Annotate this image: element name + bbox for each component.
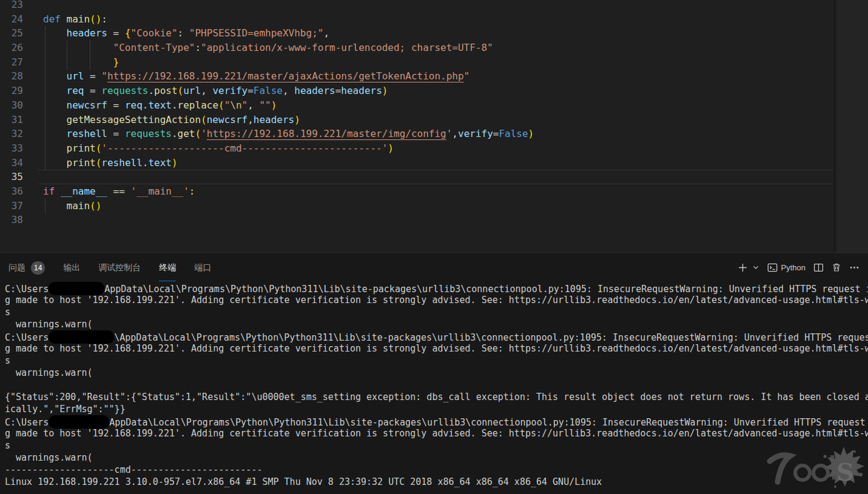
code-line[interactable]: def main(): — [43, 12, 833, 27]
split-terminal-button[interactable] — [813, 262, 824, 273]
terminal-line: --------------------cmd-----------------… — [5, 464, 868, 476]
code-line[interactable]: reshell = requests.get('https://192.168.… — [43, 127, 833, 141]
panel-tab-label: 端口 — [194, 262, 211, 273]
line-number: 37 — [0, 199, 23, 213]
code-line[interactable]: headers = {"Cookie": "PHPSESSID=emhpeXVh… — [43, 26, 833, 41]
line-number: 23 — [0, 0, 23, 12]
line-number: 31 — [0, 113, 23, 127]
terminal-line: {"Status":200,"Result":{"Status":1,"Resu… — [5, 391, 868, 403]
terminal-line: warnings.warn( — [5, 318, 868, 330]
code-line[interactable]: main() — [43, 199, 833, 213]
panel-tab-output[interactable]: 输出 — [63, 253, 80, 281]
terminal-line: g made to host '192.168.199.221'. Adding… — [5, 427, 868, 439]
line-number: 35 — [0, 170, 23, 184]
terminal-line: s — [5, 355, 868, 367]
terminal-profile-dropdown[interactable] — [752, 264, 759, 271]
line-number: 32 — [0, 127, 23, 141]
terminal-line: Linux 192.168.199.221 3.10.0-957.el7.x86… — [5, 476, 868, 488]
indent-guide — [90, 41, 90, 70]
panel-tab-label: 问题 — [8, 262, 25, 273]
line-number: 27 — [0, 55, 23, 70]
code-editor[interactable]: 23242526272829303132333435363738 def mai… — [0, 0, 868, 253]
panel-header: 问题14输出调试控制台终端端口 Python — [0, 253, 868, 281]
line-number: 24 — [0, 12, 23, 27]
terminal-line — [5, 379, 868, 391]
line-number: 34 — [0, 156, 23, 170]
line-number: 25 — [0, 26, 23, 41]
terminal-actions: Python — [738, 253, 860, 281]
line-number: 29 — [0, 84, 23, 98]
terminal-name-label: Python — [781, 263, 806, 272]
terminal-line: g made to host '192.168.199.221'. Adding… — [5, 294, 868, 306]
redaction-box — [49, 330, 114, 344]
code-line[interactable]: req = requests.post(url, verify=False, h… — [43, 84, 833, 98]
redaction-box — [49, 415, 109, 429]
code-line[interactable] — [43, 0, 833, 12]
code-line[interactable]: newcsrf = req.text.replace("\n", "") — [43, 98, 833, 113]
terminal-line: C:\UsersAppData\Local\Programs\Python\Py… — [5, 415, 868, 427]
terminal-line: C:\Users\AppData\Local\Programs\Python\P… — [5, 330, 868, 342]
terminal-line: warnings.warn( — [5, 452, 868, 464]
more-actions-button[interactable] — [849, 262, 860, 273]
code-line[interactable]: if __name__ == '__main__': — [43, 184, 833, 199]
line-number: 38 — [0, 213, 23, 227]
terminal-line: g made to host '192.168.199.221'. Adding… — [5, 342, 868, 355]
line-number: 28 — [0, 69, 23, 84]
terminal-line: C:\UsersAppData\Local\Programs\Python\Py… — [5, 282, 868, 294]
kill-terminal-button[interactable] — [832, 262, 841, 272]
new-terminal-button[interactable] — [738, 262, 748, 273]
panel-tab-label: 调试控制台 — [98, 262, 141, 273]
vscode-window: 23242526272829303132333435363738 def mai… — [0, 0, 868, 494]
terminal-line: s — [5, 439, 868, 452]
active-terminal-item[interactable]: Python — [767, 262, 806, 273]
panel-tabs: 问题14输出调试控制台终端端口 — [8, 253, 211, 281]
redaction-box — [49, 282, 104, 295]
panel-tab-debug-console[interactable]: 调试控制台 — [98, 253, 141, 281]
line-number: 26 — [0, 41, 23, 55]
code-lines[interactable]: def main(): headers = {"Cookie": "PHPSES… — [43, 0, 833, 227]
terminal-line: ically.","ErrMsg":""}} — [5, 403, 868, 415]
panel-tab-terminal[interactable]: 终端 — [159, 253, 176, 281]
terminal-line: s — [5, 306, 868, 318]
code-line[interactable]: "Content-Type":"application/x-www-form-u… — [43, 41, 833, 55]
editor-gutter: 23242526272829303132333435363738 — [0, 0, 23, 227]
panel-tab-label: 输出 — [63, 262, 80, 273]
code-line[interactable] — [43, 213, 833, 227]
current-line-highlight — [38, 170, 833, 184]
indent-guide — [45, 199, 45, 213]
terminal-icon — [767, 262, 778, 273]
panel-tab-label: 终端 — [159, 262, 176, 273]
terminal-line: warnings.warn( — [5, 367, 868, 379]
minimap[interactable] — [834, 0, 868, 253]
line-number: 33 — [0, 141, 23, 156]
line-number: 30 — [0, 98, 23, 113]
terminal-output[interactable]: C:\UsersAppData\Local\Programs\Python\Py… — [5, 282, 868, 494]
line-number: 36 — [0, 184, 23, 199]
code-line[interactable]: url = "https://192.168.199.221/master/aj… — [43, 69, 833, 84]
panel-tab-problems[interactable]: 问题14 — [8, 253, 45, 281]
code-line[interactable]: print(reshell.text) — [43, 156, 833, 170]
indent-guide — [67, 41, 67, 70]
code-line[interactable]: } — [43, 55, 833, 70]
panel-tab-ports[interactable]: 端口 — [194, 253, 211, 281]
indent-guide — [45, 26, 45, 170]
problems-count-badge: 14 — [31, 261, 45, 275]
code-line[interactable]: print('--------------------cmd----------… — [43, 141, 833, 156]
bottom-panel: 问题14输出调试控制台终端端口 Python — [0, 253, 868, 494]
code-line[interactable]: getMessageSettingAction(newcsrf,headers) — [43, 113, 833, 127]
